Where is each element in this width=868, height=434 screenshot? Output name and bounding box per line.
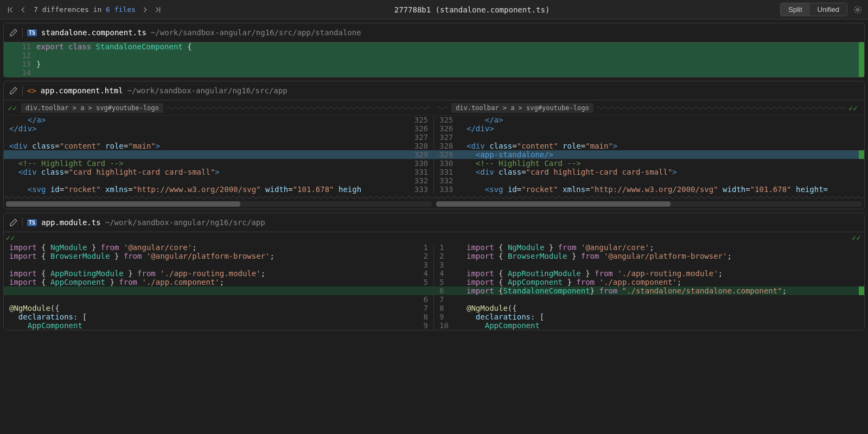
page-title: 277788b1 (standalone.component.ts) — [164, 5, 780, 14]
change-marker — [4, 142, 9, 150]
code-content-left — [9, 133, 401, 142]
unified-view-button[interactable]: Unified — [810, 3, 847, 16]
code-line[interactable]: 11export class StandaloneComponent { — [4, 42, 864, 51]
file-name[interactable]: app.component.html — [41, 86, 123, 95]
change-marker — [859, 51, 864, 60]
change-marker — [859, 68, 864, 77]
change-marker — [859, 142, 864, 150]
line-number-right: 1 — [434, 243, 467, 252]
code-line[interactable]: 67 — [4, 295, 864, 304]
code-line[interactable]: 33 — [4, 260, 864, 269]
code-content-right: import { AppComponent } from './app.comp… — [467, 278, 859, 286]
code-content-right: <div class="content" role="main"> — [467, 142, 859, 150]
code-content-left: AppComponent — [9, 321, 401, 330]
diff-files-link[interactable]: 6 files — [106, 5, 136, 14]
change-marker — [4, 159, 9, 168]
code-line[interactable]: 329329 <app-standalone/> — [4, 150, 864, 159]
file-section-app-module: TS app.module.ts ~/work/sandbox-angular/… — [3, 213, 865, 330]
code-line[interactable]: @NgModule({78@NgModule({ — [4, 304, 864, 312]
view-mode-toggle: Split Unified — [780, 3, 847, 16]
line-number: 14 — [4, 68, 36, 77]
line-number-left: 4 — [401, 269, 433, 278]
change-marker — [859, 295, 864, 304]
file-section-app-html: <> app.component.html ~/work/sandbox-ang… — [3, 81, 865, 209]
settings-button[interactable] — [852, 4, 864, 16]
prev-diff-button[interactable] — [17, 4, 29, 16]
change-marker — [859, 286, 864, 295]
file-section-standalone: TS standalone.component.ts ~/work/sandbo… — [3, 23, 865, 78]
collapsed-indicator[interactable] — [597, 106, 846, 110]
breadcrumb-left[interactable]: div.toolbar > a > svg#youtube-logo — [21, 103, 163, 113]
edit-icon[interactable] — [9, 218, 18, 227]
change-marker — [4, 168, 9, 176]
breadcrumb-right[interactable]: div.toolbar > a > svg#youtube-logo — [451, 103, 593, 113]
code-line[interactable]: <svg id="rocket" xmlns="http://www.w3.or… — [4, 185, 864, 194]
check-icon: ✓✓ — [852, 233, 861, 242]
line-number-left: 331 — [401, 168, 433, 176]
collapsed-indicator[interactable] — [167, 106, 431, 110]
code-line[interactable]: <div class="content" role="main">328328<… — [4, 142, 864, 150]
code-line[interactable]: import { AppComponent } from './app.comp… — [4, 278, 864, 286]
code-content-left — [9, 260, 401, 269]
code-content-right: </a> — [467, 116, 859, 124]
change-marker — [4, 321, 9, 330]
nav-buttons-forward — [139, 4, 164, 16]
ts-badge: TS — [27, 29, 37, 36]
code-line[interactable]: import { BrowserModule } from '@angular/… — [4, 252, 864, 260]
edit-icon[interactable] — [9, 28, 18, 37]
line-number-left: 5 — [401, 278, 433, 286]
first-diff-button[interactable] — [4, 4, 16, 16]
line-number-left: 332 — [401, 176, 433, 185]
code-content-right — [467, 176, 859, 185]
file-name[interactable]: app.module.ts — [41, 218, 101, 227]
file-header: TS app.module.ts ~/work/sandbox-angular/… — [4, 213, 864, 232]
scroll-right[interactable] — [436, 201, 862, 207]
code-line[interactable]: AppComponent910 AppComponent — [4, 321, 864, 330]
code-content-left: declarations: [ — [9, 312, 401, 321]
next-diff-button[interactable] — [139, 4, 151, 16]
line-number-right: 10 — [434, 321, 467, 330]
check-row: ✓✓ ✓✓ — [4, 232, 864, 243]
line-number-left: 1 — [401, 243, 433, 252]
line-number-right: 329 — [434, 150, 467, 159]
code-line[interactable]: 13} — [4, 60, 864, 68]
nav-buttons — [4, 4, 29, 16]
split-view-button[interactable]: Split — [781, 3, 809, 16]
code-line[interactable]: import { AppRoutingModule } from './app-… — [4, 269, 864, 278]
change-marker — [859, 124, 864, 133]
code-line[interactable]: 6import {StandaloneComponent} from "./st… — [4, 286, 864, 295]
scroll-left[interactable] — [6, 201, 432, 207]
code-content-right: <svg id="rocket" xmlns="http://www.w3.or… — [467, 185, 859, 194]
collapsed-indicator[interactable] — [437, 106, 448, 110]
code-line[interactable]: declarations: [89 declarations: [ — [4, 312, 864, 321]
edit-icon[interactable] — [9, 86, 18, 95]
line-number-left: 2 — [401, 252, 433, 260]
change-marker — [4, 150, 9, 159]
change-marker — [859, 60, 864, 68]
code-line[interactable]: <div class="card highlight-card card-sma… — [4, 168, 864, 176]
code-line[interactable]: 12 — [4, 51, 864, 60]
code-content — [36, 51, 859, 60]
code-content-right: import { AppRoutingModule } from './app-… — [467, 269, 859, 278]
last-diff-button[interactable] — [152, 4, 164, 16]
change-marker — [859, 312, 864, 321]
line-number-right: 331 — [434, 168, 467, 176]
code-line[interactable]: 332332 — [4, 176, 864, 185]
change-marker — [859, 133, 864, 142]
code-line[interactable]: </div>326326</div> — [4, 124, 864, 133]
code-content-left — [9, 286, 401, 295]
code-content-right: @NgModule({ — [467, 304, 859, 312]
code-line[interactable]: 14 — [4, 68, 864, 77]
change-marker — [859, 321, 864, 330]
diff-body: 11export class StandaloneComponent {1213… — [4, 42, 864, 77]
code-line[interactable]: 327327 — [4, 133, 864, 142]
code-content-right: AppComponent — [467, 321, 859, 330]
code-line[interactable]: import { NgModule } from '@angular/core'… — [4, 243, 864, 252]
line-number-right: 330 — [434, 159, 467, 168]
collapsed-indicator[interactable] — [4, 194, 864, 201]
file-header: <> app.component.html ~/work/sandbox-ang… — [4, 81, 864, 100]
line-number-right: 2 — [434, 252, 467, 260]
code-line[interactable]: </a>325325 </a> — [4, 116, 864, 124]
file-name[interactable]: standalone.component.ts — [41, 28, 146, 37]
code-line[interactable]: <!-- Highlight Card -->330330 <!-- Highl… — [4, 159, 864, 168]
